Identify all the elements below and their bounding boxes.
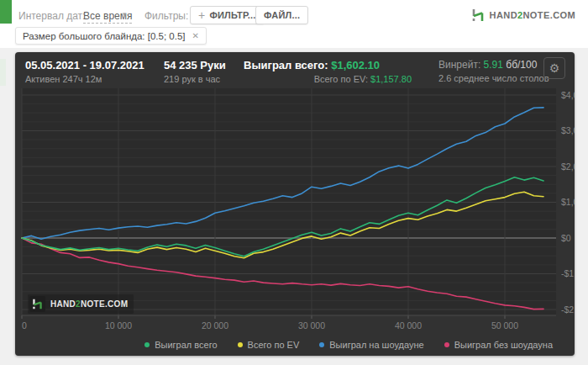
- x-tick-label: 50 000: [491, 320, 518, 331]
- hands-per-hour: 219 рук в час: [164, 74, 226, 84]
- top-toolbar: Интервал дат: Все время ▾ Фильтры: + ФИЛ…: [0, 0, 588, 48]
- legend-item-0[interactable]: Выиграл всего: [144, 340, 217, 350]
- session-graph-panel: 010 00020 00030 00040 00050 000$4,000$3,…: [15, 52, 575, 356]
- y-tick-label: $2,000: [561, 161, 575, 172]
- ev-value: $1,157.80: [370, 74, 412, 84]
- legend-dot-icon: [144, 342, 150, 347]
- chart-watermark: HAND2NOTE.COM: [28, 294, 134, 314]
- x-tick-label: 10 000: [105, 320, 132, 331]
- filter-chip-label: Размер большого блайнда: [0.5; 0.5]: [23, 31, 186, 41]
- legend-item-3[interactable]: Выиграл без шоудауна: [444, 340, 553, 350]
- legend-dot-icon: [319, 342, 324, 347]
- filter-chip-big-blind[interactable]: Размер большого блайнда: [0.5; 0.5] ✕: [15, 27, 207, 45]
- x-tick-label: 20 000: [202, 320, 228, 331]
- y-tick-label: $0: [561, 233, 571, 243]
- y-tick-label: $3,000: [561, 125, 575, 135]
- add-filter-button-label: ФИЛЬТР...: [209, 10, 255, 20]
- settings-button[interactable]: ⚙: [543, 57, 565, 79]
- winrate-value: 5.91: [484, 59, 503, 71]
- legend-label: Выиграл без шоудауна: [454, 340, 553, 350]
- active-time-value: Активен 247ч 12м: [25, 74, 144, 84]
- sidebar-edge-strip: [0, 59, 6, 86]
- date-range-value: 05.05.2021 - 19.07.2021: [25, 59, 144, 71]
- y-tick-label: $1,000: [561, 197, 575, 207]
- x-tick-label: 30 000: [298, 320, 325, 331]
- plus-icon: +: [198, 9, 205, 21]
- add-filter-button[interactable]: + ФИЛЬТР...: [190, 6, 265, 24]
- gear-icon: ⚙: [549, 61, 560, 75]
- stat-won-total: Выиграл всего: $1,602.10 Всего по EV: $1…: [244, 59, 412, 84]
- y-tick-label: $4,000: [561, 90, 575, 100]
- legend-item-2[interactable]: Выиграл на шоудауне: [319, 340, 423, 350]
- date-interval-label: Интервал дат:: [18, 10, 85, 22]
- y-tick-label: -$2,000: [561, 304, 575, 315]
- file-button-label: ФАЙЛ...: [264, 10, 300, 20]
- brand-text: HAND2NOTE.COM: [490, 10, 575, 20]
- file-button[interactable]: ФАЙЛ...: [255, 6, 308, 24]
- x-tick-label: 0: [22, 320, 27, 331]
- chart-legend: Выиграл всегоВсего по EVВыиграл на шоуда…: [144, 340, 553, 350]
- legend-dot-icon: [444, 342, 449, 347]
- avg-tables-value: 2.6 среднее число столов: [438, 73, 549, 83]
- won-total-value: $1,602.10: [331, 59, 380, 71]
- watermark-text: HAND2NOTE.COM: [50, 299, 128, 309]
- hand2note-watermark-icon: [29, 296, 45, 312]
- brand-logo: HAND2NOTE.COM: [471, 8, 575, 22]
- won-total-line: Выиграл всего: $1,602.10: [244, 59, 412, 71]
- sidebar-edge-accent: [0, 0, 12, 24]
- filters-label: Фильтры:: [144, 10, 188, 22]
- winrate-line: Винрейт: 5.91 бб/100: [438, 59, 549, 71]
- hands-count: 54 235 Руки: [164, 59, 226, 71]
- chevron-down-icon[interactable]: ▾: [123, 10, 127, 19]
- y-tick-label: -$1,000: [561, 268, 575, 278]
- legend-label: Выиграл на шоудауне: [329, 340, 423, 350]
- close-icon[interactable]: ✕: [192, 31, 199, 40]
- legend-label: Всего по EV: [248, 340, 300, 350]
- stat-hands: 54 235 Руки 219 рук в час: [164, 59, 226, 84]
- legend-dot-icon: [238, 342, 243, 347]
- stat-date-range: 05.05.2021 - 19.07.2021 Активен 247ч 12м: [25, 59, 144, 84]
- stat-winrate: Винрейт: 5.91 бб/100 2.6 среднее число с…: [438, 59, 549, 83]
- legend-label: Выиграл всего: [155, 340, 217, 350]
- hand2note-icon: [471, 8, 485, 22]
- x-tick-label: 40 000: [395, 320, 422, 331]
- ev-line: Всего по EV: $1,157.80: [244, 74, 412, 84]
- legend-item-1[interactable]: Всего по EV: [238, 340, 300, 350]
